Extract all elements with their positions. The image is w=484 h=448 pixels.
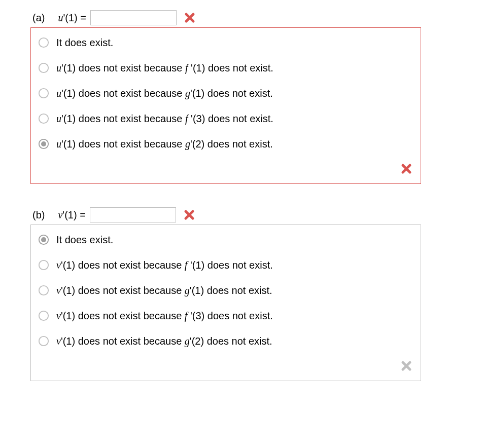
svg-point-7 <box>41 237 46 242</box>
wrong-icon <box>183 209 195 221</box>
radio-icon[interactable] <box>38 37 49 48</box>
option-label: u'(1) does not exist because f '(1) does… <box>56 61 273 74</box>
option-label: It does exist. <box>56 233 113 246</box>
option-label: v'(1) does not exist because g'(2) does … <box>56 334 272 348</box>
svg-point-2 <box>39 89 48 98</box>
box-status <box>38 360 413 376</box>
part-label: (a) <box>32 12 45 24</box>
answer-input[interactable] <box>90 207 176 222</box>
radio-icon[interactable] <box>38 335 49 347</box>
radio-icon[interactable] <box>38 113 49 124</box>
svg-point-9 <box>39 286 48 295</box>
svg-point-8 <box>39 260 48 270</box>
options-box: It does exist. v'(1) does not exist beca… <box>30 225 421 381</box>
prompt-row: (b)v'(1) = <box>30 207 454 222</box>
prompt-row: (a)u'(1) = <box>30 10 454 25</box>
option-label: v'(1) does not exist because f '(3) does… <box>56 309 273 322</box>
svg-point-3 <box>39 114 48 123</box>
dismiss-icon <box>400 360 412 372</box>
option-row[interactable]: v'(1) does not exist because g'(1) does … <box>38 284 413 297</box>
quiz-root: (a)u'(1) = It does exist. u'(1) does not… <box>30 10 454 381</box>
expression-label: v'(1) = <box>58 209 85 221</box>
svg-point-10 <box>39 311 48 320</box>
option-row[interactable]: It does exist. <box>38 233 413 246</box>
svg-point-0 <box>39 38 48 47</box>
options-box: It does exist. u'(1) does not exist beca… <box>30 27 421 184</box>
box-status <box>38 163 413 178</box>
radio-selected-icon[interactable] <box>38 234 49 245</box>
svg-point-1 <box>39 63 48 72</box>
question-a: (a)u'(1) = It does exist. u'(1) does not… <box>30 10 454 184</box>
wrong-icon <box>400 163 412 175</box>
svg-point-5 <box>41 141 46 146</box>
radio-icon[interactable] <box>38 62 49 73</box>
option-label: u'(1) does not exist because f '(3) does… <box>56 112 273 125</box>
radio-icon[interactable] <box>38 285 49 296</box>
option-label: v'(1) does not exist because f '(1) does… <box>56 258 273 272</box>
option-row[interactable]: v'(1) does not exist because g'(2) does … <box>38 334 413 348</box>
option-row[interactable]: v'(1) does not exist because f '(1) does… <box>38 258 413 272</box>
option-row[interactable]: u'(1) does not exist because f '(3) does… <box>38 112 413 125</box>
option-label: It does exist. <box>56 36 113 49</box>
radio-icon[interactable] <box>38 88 49 99</box>
expression-label: u'(1) = <box>58 12 86 24</box>
option-row[interactable]: v'(1) does not exist because f '(3) does… <box>38 309 413 322</box>
radio-selected-icon[interactable] <box>38 138 49 150</box>
part-label: (b) <box>32 209 45 221</box>
wrong-icon <box>184 12 196 24</box>
option-row[interactable]: u'(1) does not exist because f '(1) does… <box>38 61 413 74</box>
option-label: v'(1) does not exist because g'(1) does … <box>56 284 272 297</box>
radio-icon[interactable] <box>38 310 49 321</box>
option-row[interactable]: u'(1) does not exist because g'(2) does … <box>38 137 413 151</box>
option-label: u'(1) does not exist because g'(2) does … <box>56 137 273 151</box>
radio-icon[interactable] <box>38 259 49 271</box>
option-label: u'(1) does not exist because g'(1) does … <box>56 87 273 100</box>
svg-point-11 <box>39 337 48 346</box>
option-row[interactable]: u'(1) does not exist because g'(1) does … <box>38 87 413 100</box>
question-b: (b)v'(1) = It does exist. v'(1) does not… <box>30 207 454 381</box>
answer-input[interactable] <box>90 10 177 25</box>
option-row[interactable]: It does exist. <box>38 36 413 49</box>
